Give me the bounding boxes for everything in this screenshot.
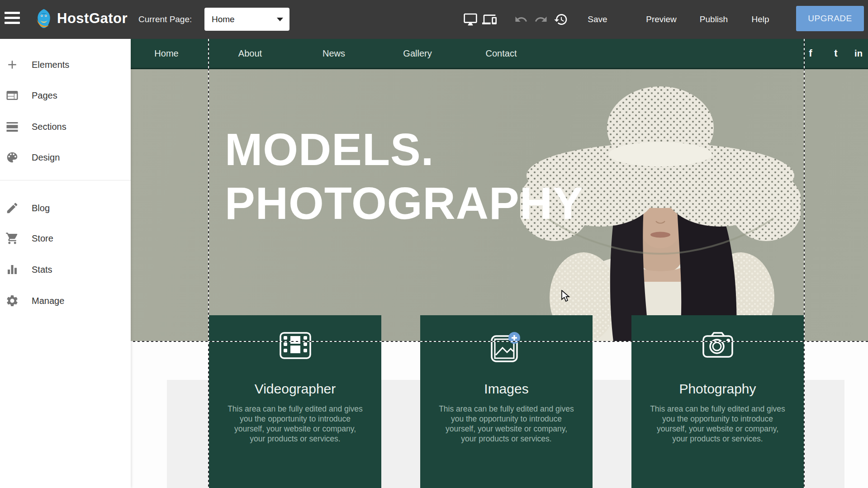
- sidebar-item-label: Stats: [32, 260, 52, 280]
- hero-headline-line2: PHOTOGRAPHY: [225, 176, 583, 230]
- brand-name: HostGator: [57, 10, 128, 27]
- preview-button[interactable]: Preview: [646, 0, 677, 39]
- hostgator-logo: HostGator: [34, 8, 128, 29]
- sidebar-item-label: Pages: [32, 85, 57, 105]
- film-icon: [279, 332, 312, 360]
- bar-chart-icon: [5, 263, 19, 276]
- pages-icon: [5, 89, 19, 102]
- mobile-view-button[interactable]: [479, 0, 499, 39]
- gear-icon: [5, 294, 19, 308]
- site-nav-gallery[interactable]: Gallery: [403, 39, 432, 68]
- hostgator-site-builder: HostGator Current Page: Home: [0, 0, 868, 488]
- selection-guide-left: [208, 39, 209, 488]
- sidebar-item-stats[interactable]: Stats: [0, 260, 131, 280]
- sidebar-item-elements[interactable]: Elements: [0, 55, 131, 75]
- twitter-icon[interactable]: t: [834, 39, 837, 68]
- hero-headline-line1: MODELS.: [225, 123, 583, 176]
- card-title: Images: [420, 381, 593, 397]
- pencil-icon: [5, 201, 19, 215]
- current-page-label: Current Page:: [138, 0, 192, 39]
- mouse-cursor: [561, 290, 572, 303]
- sidebar-item-pages[interactable]: Pages: [0, 85, 131, 105]
- card-title: Photography: [631, 381, 804, 397]
- site-nav-about[interactable]: About: [238, 39, 262, 68]
- sidebar-item-manage[interactable]: Manage: [0, 291, 131, 311]
- sidebar-item-design[interactable]: Design: [0, 147, 131, 167]
- help-button[interactable]: Help: [751, 0, 769, 39]
- plus-icon: [5, 58, 19, 71]
- cart-icon: [5, 232, 19, 245]
- sidebar-item-label: Sections: [32, 117, 66, 137]
- editor-topbar: HostGator Current Page: Home: [0, 0, 868, 39]
- hero-section[interactable]: MODELS. PHOTOGRAPHY: [131, 69, 868, 341]
- card-body: This area can be fully edited and gives …: [228, 404, 363, 444]
- sidebar-item-blog[interactable]: Blog: [0, 198, 131, 218]
- site-canvas: Home About News Gallery Contact f t in: [131, 39, 868, 488]
- image-plus-icon: [489, 332, 524, 363]
- undo-icon: [514, 13, 528, 26]
- sidebar-item-label: Elements: [32, 55, 69, 75]
- redo-icon: [534, 13, 548, 26]
- sections-icon: [5, 120, 19, 133]
- sidebar-item-label: Manage: [32, 291, 64, 311]
- desktop-view-button[interactable]: [460, 0, 480, 39]
- facebook-icon[interactable]: f: [809, 39, 812, 68]
- site-navbar: Home About News Gallery Contact f t in: [131, 39, 868, 69]
- sidebar-item-sections[interactable]: Sections: [0, 117, 131, 137]
- redo-button[interactable]: [531, 0, 551, 39]
- sidebar-item-label: Store: [32, 228, 53, 248]
- chevron-down-icon: [277, 18, 283, 21]
- save-button[interactable]: Save: [588, 0, 607, 39]
- upgrade-button[interactable]: UPGRADE: [796, 6, 864, 31]
- history-icon: [554, 12, 568, 27]
- hero-headline: MODELS. PHOTOGRAPHY: [225, 123, 583, 230]
- selection-guide-bottom: [131, 341, 868, 342]
- linkedin-icon[interactable]: in: [854, 39, 863, 68]
- page-selector-dropdown[interactable]: Home: [204, 8, 289, 31]
- card-title: Videographer: [209, 381, 381, 397]
- sidebar-item-label: Design: [32, 147, 60, 167]
- card-body: This area can be fully edited and gives …: [650, 404, 786, 444]
- palette-icon: [5, 151, 19, 164]
- sidebar-item-label: Blog: [32, 198, 50, 218]
- history-button[interactable]: [551, 0, 571, 39]
- sidebar-divider: [0, 180, 131, 180]
- gator-mascot-icon: [34, 8, 53, 29]
- undo-button[interactable]: [511, 0, 531, 39]
- devices-icon: [482, 12, 497, 27]
- site-nav-contact[interactable]: Contact: [486, 39, 517, 68]
- site-nav-news[interactable]: News: [323, 39, 345, 68]
- card-body: This area can be fully edited and gives …: [439, 404, 574, 444]
- publish-button[interactable]: Publish: [700, 0, 728, 39]
- selection-guide-right: [804, 39, 805, 488]
- desktop-icon: [463, 12, 478, 27]
- editor-sidebar: Elements Pages Sections Design: [0, 39, 131, 488]
- hamburger-menu-icon[interactable]: [5, 12, 23, 27]
- page-selector-value: Home: [212, 14, 235, 24]
- camera-icon: [700, 332, 736, 360]
- sidebar-item-store[interactable]: Store: [0, 228, 131, 248]
- site-nav-home[interactable]: Home: [154, 39, 178, 68]
